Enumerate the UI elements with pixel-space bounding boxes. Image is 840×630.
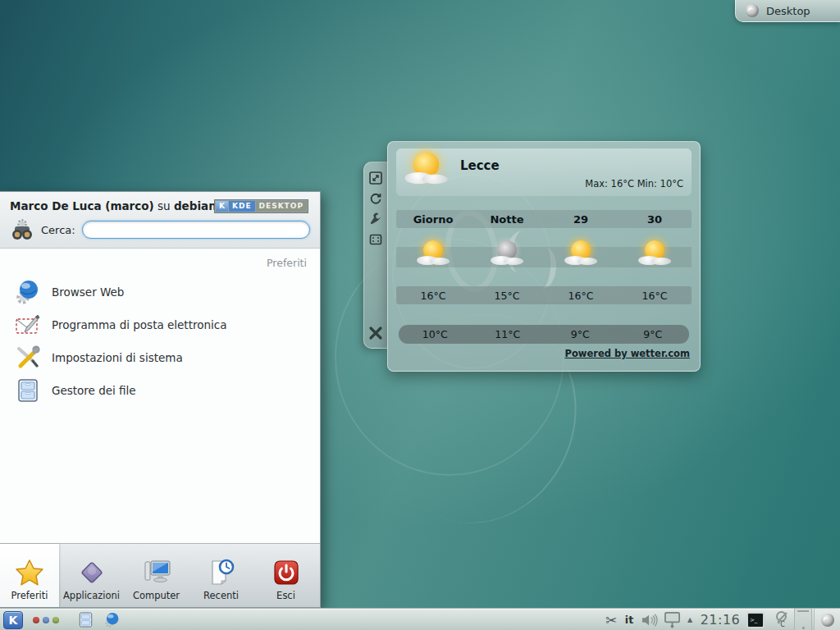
web-browser-icon — [15, 279, 41, 305]
panel-toolbox[interactable] — [814, 609, 840, 630]
system-settings-icon — [15, 345, 41, 371]
mail-client-icon — [15, 312, 41, 338]
systray-expander-icon[interactable]: ▲ — [685, 609, 695, 630]
day-temp: 16°C — [544, 290, 618, 302]
pager-dot-blue[interactable] — [43, 617, 49, 623]
recent-documents-icon — [208, 559, 235, 587]
file-manager-icon — [15, 377, 41, 404]
favorites-section-label: Preferiti — [13, 257, 307, 269]
taskbar-panel: K ✂ it — [0, 608, 840, 630]
weather-night-temps: 10°C 11°C 9°C 9°C — [399, 325, 689, 344]
kickoff-favorites-list: Preferiti Browser Web — [0, 249, 320, 543]
rotate-icon[interactable] — [369, 192, 382, 205]
pager-dot-green[interactable] — [52, 617, 59, 623]
kickoff-menu: Marco De Luca (marco) su debian K KDE DE… — [0, 191, 321, 608]
menu-item-label: Gestore dei file — [52, 384, 136, 397]
menu-item-label: Browser Web — [52, 285, 124, 299]
terminal-tray-icon[interactable]: >_ — [745, 609, 766, 630]
volume-icon[interactable] — [640, 609, 660, 630]
desktop-toolbox-label: Desktop — [766, 5, 810, 17]
weather-tray-icon[interactable]: °C — [771, 609, 791, 630]
weather-condition-icons — [396, 240, 692, 267]
computer-icon — [143, 559, 171, 587]
weather-widget: Lecce Max: 16°C Min: 10°C Giorno Notte 2… — [387, 141, 701, 372]
day-temp: 16°C — [396, 290, 470, 302]
menu-item-file-manager[interactable]: Gestore dei file — [13, 374, 307, 407]
night-temp: 9°C — [617, 328, 690, 340]
collapsed-applet[interactable] — [794, 609, 812, 630]
close-icon[interactable] — [368, 326, 383, 340]
tab-recenti[interactable]: Recenti — [189, 544, 253, 607]
tab-label: Computer — [133, 590, 180, 601]
kde-menu-button[interactable]: K — [2, 609, 24, 630]
applications-icon — [78, 559, 106, 587]
menu-item-label: Impostazioni di sistema — [52, 351, 183, 364]
plasma-cashew-icon — [746, 4, 759, 17]
star-icon — [16, 559, 43, 587]
network-monitor-icon[interactable] — [661, 609, 682, 630]
night-temp: 9°C — [544, 328, 617, 340]
pager-dot-red[interactable] — [33, 617, 39, 623]
applet-micro-text — [802, 627, 805, 629]
menu-item-mail-client[interactable]: Programma di posta elettronica — [13, 308, 307, 341]
weather-col-label: Notte — [470, 213, 544, 226]
plasmoid-handle[interactable] — [363, 162, 387, 349]
search-label: Cerca: — [41, 224, 75, 236]
sun-behind-cloud-icon — [403, 151, 450, 187]
file-manager-launcher[interactable] — [75, 609, 95, 630]
power-icon — [272, 559, 300, 587]
sun-behind-cloud-icon — [415, 240, 451, 267]
desktop-toolbox[interactable]: Desktop — [735, 0, 840, 22]
weather-minmax: Max: 16°C Min: 10°C — [585, 178, 683, 189]
tab-esci[interactable]: Esci — [253, 544, 318, 607]
binoculars-search-icon — [10, 218, 34, 241]
kickoff-tab-bar: Preferiti Applicazioni — [0, 543, 320, 607]
weather-col-label: Giorno — [396, 213, 470, 226]
settings-wrench-icon[interactable] — [369, 212, 382, 226]
weather-city: Lecce — [460, 158, 500, 173]
search-input[interactable] — [82, 221, 310, 239]
night-temp: 10°C — [399, 328, 472, 340]
night-temp: 11°C — [472, 328, 545, 340]
tab-label: Recenti — [203, 590, 239, 601]
keyboard-layout-indicator[interactable]: it — [621, 609, 637, 630]
sun-behind-cloud-icon — [563, 240, 599, 267]
kde-logo-icon: K — [3, 611, 23, 629]
kickoff-header: Marco De Luca (marco) su debian K KDE DE… — [0, 192, 320, 249]
weather-col-label: 29 — [544, 213, 618, 226]
desktop-pager[interactable] — [28, 609, 64, 630]
weather-header: Lecce Max: 16°C Min: 10°C — [396, 148, 692, 196]
tab-computer[interactable]: Computer — [124, 544, 189, 607]
menu-item-browser-web[interactable]: Browser Web — [13, 276, 307, 308]
kde-logo-icon: K — [216, 201, 228, 212]
tab-label: Esci — [276, 590, 295, 601]
tab-applicazioni[interactable]: Applicazioni — [59, 544, 124, 607]
moon-behind-cloud-icon — [489, 240, 525, 267]
tab-label: Applicazioni — [63, 590, 120, 601]
kickoff-user-name: Marco De Luca (marco) — [10, 199, 154, 212]
maximize-icon[interactable] — [369, 233, 382, 246]
plasma-cashew-icon — [821, 614, 834, 627]
menu-item-label: Programma di posta elettronica — [52, 318, 226, 331]
kickoff-hostname: debian — [174, 199, 217, 212]
tab-label: Preferiti — [11, 590, 48, 601]
digital-clock[interactable]: 21:16 — [696, 609, 744, 630]
kde-desktop-badge: K KDE DESKTOP — [214, 199, 308, 213]
weather-column-headers: Giorno Notte 29 30 — [396, 210, 692, 228]
no-data-icon — [776, 611, 787, 622]
sun-behind-cloud-icon — [637, 240, 673, 267]
tab-preferiti[interactable]: Preferiti — [0, 544, 59, 607]
wetter-credit-link[interactable]: Powered by wetter.com — [564, 348, 690, 359]
menu-item-system-settings[interactable]: Impostazioni di sistema — [13, 341, 307, 374]
klipper-scissors-icon[interactable]: ✂ — [603, 609, 619, 630]
day-temp: 15°C — [470, 290, 544, 302]
applet-micro-text — [797, 610, 809, 612]
weather-day-temps: 16°C 15°C 16°C 16°C — [396, 286, 692, 304]
weather-col-label: 30 — [618, 213, 692, 226]
day-temp: 16°C — [618, 290, 692, 302]
web-browser-launcher[interactable] — [102, 609, 121, 630]
resize-icon[interactable] — [369, 171, 382, 185]
desktop: Desktop Lecce Max: 16°C Min: 10°C Gior — [0, 0, 840, 630]
